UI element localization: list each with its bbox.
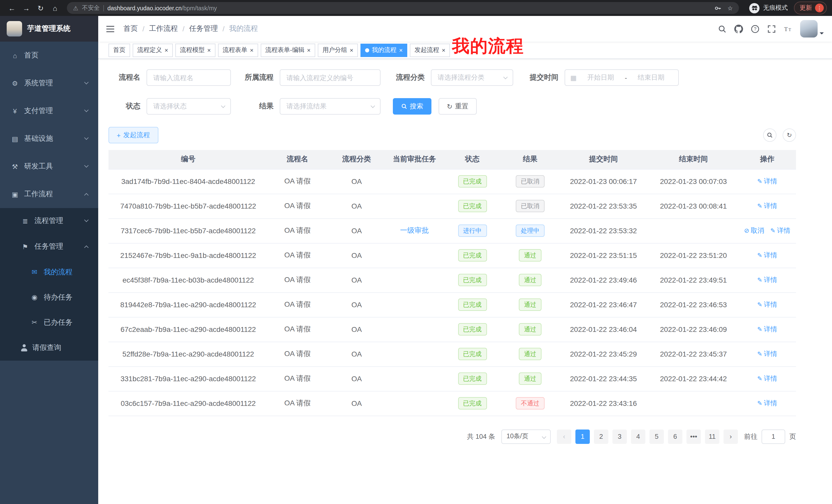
- sidebar-item-workflow[interactable]: ▣工作流程: [0, 180, 98, 208]
- tab-3[interactable]: 流程表单×: [218, 44, 258, 57]
- page-button-6[interactable]: 6: [668, 429, 682, 444]
- detail-link[interactable]: ✎详情: [757, 177, 777, 185]
- date-range-picker[interactable]: ▦ 开始日期 - 结束日期: [565, 69, 679, 86]
- sidebar-item-home[interactable]: ⌂首页: [0, 41, 98, 69]
- breadcrumb-task-mgmt[interactable]: 任务管理: [189, 24, 218, 33]
- forward-button[interactable]: →: [20, 1, 33, 15]
- next-page-button[interactable]: ›: [724, 429, 738, 444]
- tab-close-icon[interactable]: ×: [442, 47, 445, 53]
- page-button-3[interactable]: 3: [613, 429, 627, 444]
- process-name-input[interactable]: [147, 69, 231, 86]
- sidebar-item-leave-query[interactable]: 请假查询: [0, 335, 98, 361]
- cell-end-time: 2022-01-22 23:49:51: [648, 268, 738, 292]
- toggle-search-button[interactable]: [763, 129, 777, 142]
- sidebar-item-task-mgmt[interactable]: ⚑任务管理: [0, 234, 98, 259]
- filter-row-2: 状态 请选择状态 结果 请选择流结果: [108, 98, 796, 115]
- tab-close-icon[interactable]: ×: [207, 47, 211, 53]
- tab-label: 流程定义: [137, 46, 162, 54]
- sidebar-item-infra[interactable]: ▤基础设施: [0, 125, 98, 152]
- result-select[interactable]: 请选择流结果: [280, 98, 381, 115]
- url-path: /bpm/task/my: [182, 5, 217, 11]
- detail-link[interactable]: ✎详情: [757, 399, 777, 407]
- tab-close-icon[interactable]: ×: [307, 47, 311, 53]
- detail-link[interactable]: ✎详情: [757, 325, 777, 333]
- page-button-1[interactable]: 1: [575, 429, 590, 444]
- prev-page-button[interactable]: ‹: [557, 429, 571, 444]
- parent-process-input[interactable]: [280, 69, 381, 86]
- font-size-icon[interactable]: TT: [784, 24, 792, 33]
- tab-6[interactable]: 我的流程×: [361, 44, 407, 57]
- tab-5[interactable]: 用户分组×: [318, 44, 358, 57]
- tab-close-icon[interactable]: ×: [350, 47, 353, 53]
- task-link[interactable]: 一级审批: [400, 226, 429, 234]
- sidebar-toggle-button[interactable]: [105, 24, 115, 34]
- tab-2[interactable]: 流程模型×: [175, 44, 215, 57]
- main-area: 首页 / 工作流程 / 任务管理 / 我的流程 ? TT: [98, 16, 832, 504]
- cell-name: OA 请假: [268, 169, 327, 194]
- start-process-label: 发起流程: [123, 131, 150, 140]
- key-icon[interactable]: [714, 4, 721, 11]
- page-button-2[interactable]: 2: [594, 429, 608, 444]
- help-icon[interactable]: ?: [751, 24, 759, 33]
- table-row: 03c6c157-7b9a-11ec-a290-acde48001122OA 请…: [108, 391, 796, 416]
- detail-link[interactable]: ✎详情: [757, 276, 777, 284]
- avatar[interactable]: [800, 20, 817, 37]
- detail-link[interactable]: ✎详情: [770, 227, 790, 234]
- detail-link[interactable]: ✎详情: [757, 350, 777, 358]
- page-button-11[interactable]: 11: [705, 429, 719, 444]
- sidebar-item-process-mgmt[interactable]: ≣流程管理: [0, 208, 98, 234]
- tab-4[interactable]: 流程表单-编辑×: [261, 44, 315, 57]
- tab-close-icon[interactable]: ×: [164, 47, 168, 53]
- detail-link[interactable]: ✎详情: [757, 251, 777, 259]
- search-icon[interactable]: [718, 24, 727, 33]
- cell-task: [386, 268, 443, 292]
- cell-task: [386, 194, 443, 218]
- refresh-button[interactable]: ↻: [783, 129, 796, 142]
- start-date-placeholder: 开始日期: [579, 73, 623, 82]
- fullscreen-icon[interactable]: [767, 24, 776, 33]
- github-icon[interactable]: [734, 24, 743, 33]
- tab-close-icon[interactable]: ×: [399, 47, 402, 53]
- status-select[interactable]: 请选择状态: [147, 98, 231, 115]
- tab-close-icon[interactable]: ×: [250, 47, 254, 53]
- back-button[interactable]: ←: [5, 1, 19, 15]
- filter-row-1: 流程名 所属流程 流程分类 请选择流程分类: [108, 69, 796, 86]
- pages-ellipsis[interactable]: •••: [686, 429, 701, 444]
- breadcrumb-home[interactable]: 首页: [123, 24, 138, 33]
- sidebar-item-system[interactable]: ⚙系统管理: [0, 69, 98, 97]
- sidebar-item-done-tasks[interactable]: ✂已办任务: [0, 310, 98, 335]
- sidebar-item-todo-tasks[interactable]: ◉待办任务: [0, 285, 98, 310]
- sidebar-item-payment[interactable]: ¥支付管理: [0, 97, 98, 125]
- more-menu-icon[interactable]: ⋮: [815, 4, 824, 12]
- breadcrumb-separator: /: [223, 25, 225, 33]
- page-size-select[interactable]: 10条/页: [501, 429, 551, 444]
- search-button[interactable]: 搜索: [393, 98, 432, 115]
- reset-button[interactable]: ↻ 重置: [439, 98, 477, 115]
- sidebar-item-devtools[interactable]: ⚒研发工具: [0, 152, 98, 180]
- page-button-5[interactable]: 5: [649, 429, 664, 444]
- detail-link[interactable]: ✎详情: [757, 374, 777, 382]
- page-button-4[interactable]: 4: [631, 429, 645, 444]
- logo-image: [7, 21, 22, 36]
- category-select[interactable]: 请选择流程分类: [431, 69, 513, 86]
- breadcrumb-workflow[interactable]: 工作流程: [149, 24, 178, 33]
- cancel-link[interactable]: ⊘取消: [744, 227, 764, 234]
- browser-home-button[interactable]: ⌂: [48, 1, 62, 15]
- detail-link[interactable]: ✎详情: [757, 202, 777, 209]
- detail-icon: ✎: [757, 276, 762, 284]
- table-row: 331bc281-7b9a-11ec-a290-acde48001122OA 请…: [108, 366, 796, 391]
- tab-7[interactable]: 发起流程×: [410, 44, 450, 57]
- update-button[interactable]: 更新 ⋮: [794, 2, 827, 15]
- tab-0[interactable]: 首页: [108, 44, 130, 57]
- sidebar-item-my-process[interactable]: ✉我的流程: [0, 259, 98, 285]
- goto-page-input[interactable]: [761, 429, 785, 444]
- address-bar[interactable]: ⚠ 不安全 dashboard.yudao.iocoder.cn/bpm/tas…: [67, 2, 739, 14]
- bookmark-star-icon[interactable]: ☆: [727, 4, 733, 11]
- user-menu[interactable]: [800, 20, 824, 37]
- detail-link[interactable]: ✎详情: [757, 301, 777, 308]
- start-process-button[interactable]: + 发起流程: [108, 127, 158, 143]
- tab-1[interactable]: 流程定义×: [133, 44, 173, 57]
- detail-icon: ✎: [757, 301, 762, 308]
- reload-button[interactable]: ↻: [34, 1, 47, 15]
- app-logo[interactable]: 芋道管理系统: [0, 16, 98, 41]
